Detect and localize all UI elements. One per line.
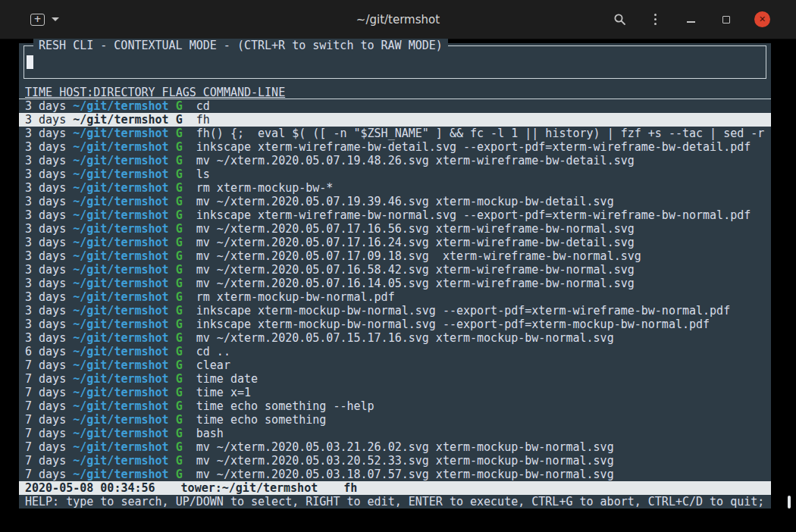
- restore-button[interactable]: [719, 12, 734, 27]
- row-time: 7 days: [25, 399, 73, 413]
- history-row[interactable]: 3 days ~/git/termshot G fh: [19, 113, 771, 127]
- history-row[interactable]: 3 days ~/git/termshot G rm xterm-mockup-…: [19, 290, 771, 304]
- history-row[interactable]: 3 days ~/git/termshot G mv ~/xterm.2020.…: [19, 195, 771, 208]
- row-host-directory: ~/git/termshot: [73, 99, 168, 113]
- history-row[interactable]: 3 days ~/git/termshot G cd: [19, 99, 771, 113]
- history-row[interactable]: 7 days ~/git/termshot G mv ~/xterm.2020.…: [19, 440, 771, 454]
- row-flags: G: [169, 167, 183, 181]
- row-command-line: inkscape xterm-mockup-bw-normal.svg --ex…: [183, 318, 710, 331]
- row-host-directory: ~/git/termshot: [73, 399, 168, 413]
- chevron-down-icon: [52, 17, 59, 21]
- history-row[interactable]: 3 days ~/git/termshot G mv ~/xterm.2020.…: [19, 249, 771, 263]
- search-button[interactable]: [612, 12, 627, 27]
- row-host-directory: ~/git/termshot: [73, 290, 168, 304]
- row-flags: G: [169, 222, 183, 236]
- row-host-directory: ~/git/termshot: [73, 468, 168, 481]
- restore-icon: [722, 16, 730, 23]
- row-host-directory: ~/git/termshot: [73, 140, 168, 154]
- row-flags: G: [169, 468, 183, 481]
- status-gap: [318, 481, 343, 495]
- history-row[interactable]: 3 days ~/git/termshot G inkscape xterm-m…: [19, 304, 771, 318]
- row-host-directory: ~/git/termshot: [73, 318, 168, 331]
- titlebar: + ~/git/termshot: [0, 0, 796, 39]
- history-row[interactable]: 7 days ~/git/termshot G time echo someth…: [19, 399, 771, 413]
- row-host-directory: ~/git/termshot: [73, 331, 168, 345]
- history-row[interactable]: 3 days ~/git/termshot G mv ~/xterm.2020.…: [19, 222, 771, 236]
- row-flags: G: [169, 290, 183, 304]
- scrollbar-thumb[interactable]: [788, 496, 791, 509]
- row-time: 7 days: [25, 440, 73, 454]
- row-flags: G: [169, 345, 183, 358]
- status-gap: [155, 481, 181, 495]
- tab-dropdown-button[interactable]: [52, 17, 59, 21]
- menu-button[interactable]: [647, 12, 663, 27]
- row-time: 7 days: [25, 358, 73, 372]
- history-row[interactable]: 7 days ~/git/termshot G mv ~/xterm.2020.…: [19, 468, 771, 481]
- new-tab-button[interactable]: +: [30, 14, 45, 26]
- history-row[interactable]: 7 days ~/git/termshot G clear: [19, 358, 771, 372]
- resh-mode-title: RESH CLI - CONTEXTUAL MODE - (CTRL+R to …: [33, 39, 448, 52]
- history-row[interactable]: 7 days ~/git/termshot G bash: [19, 427, 771, 440]
- row-flags: G: [169, 304, 183, 318]
- row-command-line: mv ~/xterm.2020.05.07.17.16.24.svg xterm…: [183, 236, 635, 249]
- row-flags: G: [169, 427, 183, 440]
- row-flags: G: [169, 249, 183, 263]
- row-host-directory: ~/git/termshot: [73, 167, 168, 181]
- row-flags: G: [169, 358, 183, 372]
- row-flags: G: [169, 140, 183, 154]
- search-input[interactable]: RESH CLI - CONTEXTUAL MODE - (CTRL+R to …: [24, 45, 766, 79]
- close-icon: ✕: [759, 15, 766, 23]
- row-command-line: ls: [183, 167, 210, 181]
- history-row[interactable]: 3 days ~/git/termshot G ls: [19, 167, 771, 181]
- row-command-line: mv ~/xterm.2020.05.07.17.16.56.svg xterm…: [183, 222, 635, 236]
- row-host-directory: ~/git/termshot: [73, 427, 168, 440]
- history-row[interactable]: 3 days ~/git/termshot G inkscape xterm-m…: [19, 318, 771, 331]
- row-flags: G: [169, 263, 183, 277]
- minimize-button[interactable]: [683, 12, 698, 27]
- terminal-screen: RESH CLI - CONTEXTUAL MODE - (CTRL+R to …: [0, 39, 796, 532]
- row-time: 3 days: [25, 181, 73, 195]
- row-host-directory: ~/git/termshot: [73, 113, 168, 127]
- row-time: 3 days: [25, 99, 73, 113]
- minimize-icon: [687, 21, 695, 23]
- row-time: 3 days: [25, 167, 73, 181]
- history-row[interactable]: 3 days ~/git/termshot G inkscape xterm-w…: [19, 208, 771, 222]
- row-flags: G: [169, 154, 183, 167]
- history-row[interactable]: 7 days ~/git/termshot G mv ~/xterm.2020.…: [19, 454, 771, 468]
- history-row[interactable]: 3 days ~/git/termshot G mv ~/xterm.2020.…: [19, 277, 771, 290]
- history-row[interactable]: 3 days ~/git/termshot G rm xterm-mockup-…: [19, 181, 771, 195]
- search-icon: [613, 13, 626, 26]
- row-flags: G: [169, 127, 183, 140]
- history-row[interactable]: 3 days ~/git/termshot G mv ~/xterm.2020.…: [19, 331, 771, 345]
- row-time: 7 days: [25, 427, 73, 440]
- history-row[interactable]: 6 days ~/git/termshot G cd ..: [19, 345, 771, 358]
- history-row[interactable]: 3 days ~/git/termshot G mv ~/xterm.2020.…: [19, 154, 771, 167]
- row-command-line: time echo something: [183, 413, 327, 427]
- row-time: 7 days: [25, 372, 73, 386]
- row-time: 6 days: [25, 345, 73, 358]
- row-command-line: inkscape xterm-wireframe-bw-normal.svg -…: [183, 208, 751, 222]
- row-host-directory: ~/git/termshot: [73, 358, 168, 372]
- row-command-line: fh: [183, 113, 210, 127]
- row-flags: G: [169, 386, 183, 399]
- table-column-header: TIME HOST:DIRECTORY FLAGS COMMAND-LINE: [19, 86, 771, 99]
- row-time: 3 days: [25, 277, 73, 290]
- history-row[interactable]: 3 days ~/git/termshot G mv ~/xterm.2020.…: [19, 236, 771, 249]
- row-time: 7 days: [25, 454, 73, 468]
- history-row[interactable]: 3 days ~/git/termshot G fh() {; eval $( …: [19, 127, 771, 140]
- history-row[interactable]: 7 days ~/git/termshot G time date: [19, 372, 771, 386]
- row-host-directory: ~/git/termshot: [73, 304, 168, 318]
- row-command-line: inkscape xterm-mockup-bw-normal.svg --ex…: [183, 304, 730, 318]
- row-host-directory: ~/git/termshot: [73, 263, 168, 277]
- status-host-path: tower:~/git/termshot: [181, 481, 318, 495]
- history-list: 3 days ~/git/termshot G cd3 days ~/git/t…: [19, 99, 771, 481]
- history-row[interactable]: 3 days ~/git/termshot G mv ~/xterm.2020.…: [19, 263, 771, 277]
- status-bar: 2020-05-08 00:34:56 tower:~/git/termshot…: [19, 481, 771, 495]
- history-row[interactable]: 7 days ~/git/termshot G time x=1: [19, 386, 771, 399]
- history-row[interactable]: 3 days ~/git/termshot G inkscape xterm-w…: [19, 140, 771, 154]
- row-flags: G: [169, 454, 183, 468]
- history-row[interactable]: 7 days ~/git/termshot G time echo someth…: [19, 413, 771, 427]
- row-command-line: cd ..: [183, 345, 230, 358]
- close-button[interactable]: ✕: [754, 11, 770, 27]
- row-command-line: mv ~/xterm.2020.05.07.16.14.05.svg xterm…: [183, 277, 635, 290]
